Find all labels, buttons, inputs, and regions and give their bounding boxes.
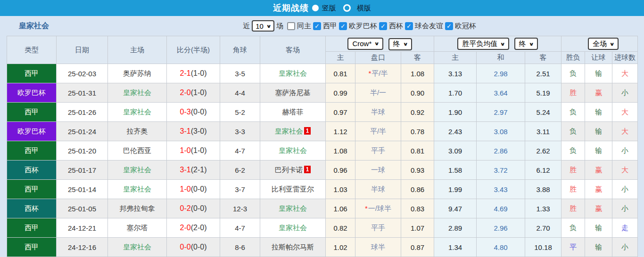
match-count-select[interactable]: 10 ∨ — [252, 20, 274, 32]
league-badge: 西甲 — [7, 141, 57, 161]
away-team[interactable]: 皇家社会 — [260, 218, 326, 238]
away-team[interactable]: 皇家社会 — [260, 199, 326, 218]
filters: 近 10 ∨ 场 同主 ✓西甲✓欧罗巴杯✓西杯✓球会友谊✓欧冠杯 — [241, 20, 478, 32]
result-handicap: 输 — [585, 218, 612, 238]
sub-header-avg-win: 主 — [434, 52, 477, 64]
league-checkbox[interactable]: ✓ — [379, 22, 387, 30]
league-checkbox[interactable]: ✓ — [405, 22, 413, 30]
avg-draw: 2.86 — [477, 141, 525, 161]
result-goals: 大 — [612, 103, 638, 122]
same-home-label[interactable]: 同主 — [297, 22, 311, 31]
league-label[interactable]: 球会友谊 — [415, 22, 443, 31]
away-team[interactable]: 皇家社会 — [260, 141, 326, 161]
corners: 5-2 — [220, 103, 260, 122]
avg-win: 3.13 — [434, 64, 477, 83]
odds-home: 1.03 — [326, 180, 355, 199]
league-badge: 欧罗巴杯 — [7, 83, 57, 103]
avg-win: 1.70 — [434, 83, 477, 103]
home-team[interactable]: 奥萨苏纳 — [108, 64, 167, 83]
handicap: 平/半 — [355, 122, 401, 141]
fulltime-score: 3-1 — [180, 127, 191, 135]
avg-win: 2.89 — [434, 218, 477, 238]
result-handicap: 赢 — [585, 83, 612, 103]
score: 0-0(0-0) — [167, 238, 220, 257]
chevron-down-icon: ∨ — [500, 41, 505, 47]
away-team[interactable]: 巴列卡诺1 — [260, 161, 326, 180]
home-team[interactable]: 皇家社会 — [108, 180, 167, 199]
away-team[interactable]: 比利亚雷亚尔 — [260, 180, 326, 199]
result-wdl: 胜 — [561, 161, 585, 180]
match-date: 25-01-05 — [57, 199, 108, 218]
score: 3-1(3-0) — [167, 122, 220, 141]
odds-away: 0.90 — [401, 83, 434, 103]
halftime-score: (1-0) — [191, 69, 207, 77]
league-label[interactable]: 欧冠杯 — [455, 22, 476, 31]
avg-draw: 2.98 — [477, 64, 525, 83]
league-checkbox[interactable]: ✓ — [339, 22, 347, 30]
league-badge: 西甲 — [7, 218, 57, 238]
avg-stage-select[interactable]: 终 ∨ — [514, 38, 538, 50]
sub-header-result-goals: 进球数 — [612, 52, 638, 64]
odds-group-header: Crow* ∨ 终 ∨ — [326, 36, 434, 52]
radio-horizontal-label[interactable]: 横版 — [357, 4, 371, 13]
odds-home: 1.02 — [326, 238, 355, 257]
games-label: 场 — [276, 22, 283, 31]
radio-horizontal[interactable] — [343, 4, 351, 12]
team-name[interactable]: 皇家社会 — [19, 21, 49, 31]
wdl-avg-select[interactable]: 胜平负均值 ∨ — [457, 38, 509, 50]
league-filter-1: ✓欧罗巴杯 — [339, 22, 379, 31]
league-label[interactable]: 欧罗巴杯 — [349, 22, 377, 31]
home-team[interactable]: 皇家社会 — [108, 238, 167, 257]
chevron-down-icon: ∨ — [528, 41, 534, 47]
league-label[interactable]: 西甲 — [323, 22, 337, 31]
league-label[interactable]: 西杯 — [389, 22, 403, 31]
league-checkbox[interactable]: ✓ — [313, 22, 321, 30]
league-badge: 西杯 — [7, 161, 57, 180]
result-wdl: 平 — [561, 238, 585, 257]
halftime-score: (0-0) — [191, 243, 207, 251]
odds-home: 0.99 — [326, 83, 355, 103]
fulltime-score: 2-0 — [180, 88, 191, 96]
odds-home: 0.82 — [326, 218, 355, 238]
home-team[interactable]: 皇家社会 — [108, 103, 167, 122]
odds-away: 0.81 — [401, 141, 434, 161]
near-label: 近 — [243, 22, 250, 31]
home-team[interactable]: 塞尔塔 — [108, 218, 167, 238]
home-team[interactable]: 皇家社会 — [108, 161, 167, 180]
result-handicap: 输 — [585, 141, 612, 161]
match-date: 25-01-26 — [57, 103, 108, 122]
halftime-score: (0-0) — [191, 204, 207, 212]
halftime-score: (1-0) — [191, 88, 207, 96]
same-home-checkbox[interactable] — [287, 22, 295, 30]
away-team[interactable]: 皇家社会 — [260, 64, 326, 83]
away-team[interactable]: 拉斯帕尔马斯 — [260, 238, 326, 257]
scope-select[interactable]: 全场 ∨ — [588, 38, 619, 50]
away-team[interactable]: 塞萨洛尼基 — [260, 83, 326, 103]
table-row: 西杯25-01-05邦弗拉甸拿0-2(0-0)12-3皇家社会1.06*一/球半… — [7, 199, 638, 218]
result-handicap: 输 — [585, 122, 612, 141]
home-team[interactable]: 拉齐奥 — [108, 122, 167, 141]
table-row: 西甲24-12-16皇家社会0-0(0-0)8-6拉斯帕尔马斯1.02球半0.8… — [7, 238, 638, 257]
odds-stage-select[interactable]: 终 ∨ — [388, 38, 412, 50]
avg-draw: 3.43 — [477, 180, 525, 199]
home-team[interactable]: 巴伦西亚 — [108, 141, 167, 161]
radio-vertical-label[interactable]: 竖版 — [322, 4, 336, 13]
avg-draw: 3.72 — [477, 161, 525, 180]
corners: 12-3 — [220, 199, 260, 218]
odds-away: 0.87 — [401, 238, 434, 257]
score: 0-3(0-0) — [167, 103, 220, 122]
avg-lose: 5.24 — [525, 103, 561, 122]
table-row: 西甲25-01-14皇家社会1-0(0-0)3-7比利亚雷亚尔1.03半球0.8… — [7, 180, 638, 199]
away-team[interactable]: 皇家社会1 — [260, 122, 326, 141]
league-checkbox[interactable]: ✓ — [445, 22, 453, 30]
home-team[interactable]: 皇家社会 — [108, 83, 167, 103]
league-badge: 西甲 — [7, 103, 57, 122]
result-goals: 大 — [612, 122, 638, 141]
odds-away: 1.08 — [401, 64, 434, 83]
odds-company-select[interactable]: Crow* ∨ — [347, 38, 383, 50]
avg-draw: 4.69 — [477, 199, 525, 218]
away-team[interactable]: 赫塔菲 — [260, 103, 326, 122]
radio-vertical[interactable] — [312, 5, 319, 11]
home-team[interactable]: 邦弗拉甸拿 — [108, 199, 167, 218]
avg-win: 1.58 — [434, 161, 477, 180]
